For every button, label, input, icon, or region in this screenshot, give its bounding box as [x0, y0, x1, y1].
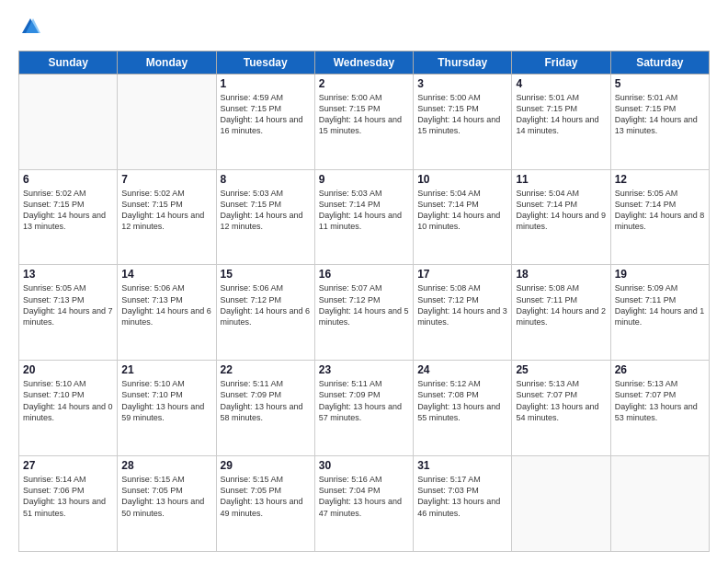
day-info: Sunrise: 5:03 AM Sunset: 7:14 PM Dayligh… — [319, 188, 409, 233]
day-number: 15 — [221, 268, 311, 281]
day-header-sunday: Sunday — [19, 51, 118, 74]
day-info: Sunrise: 5:11 AM Sunset: 7:09 PM Dayligh… — [221, 378, 311, 423]
calendar-cell: 9Sunrise: 5:03 AM Sunset: 7:14 PM Daylig… — [314, 169, 413, 265]
calendar-cell: 7Sunrise: 5:02 AM Sunset: 7:15 PM Daylig… — [118, 169, 216, 265]
day-info: Sunrise: 5:04 AM Sunset: 7:14 PM Dayligh… — [516, 188, 606, 233]
day-number: 31 — [417, 459, 507, 472]
logo — [18, 17, 40, 41]
calendar-cell: 11Sunrise: 5:04 AM Sunset: 7:14 PM Dayli… — [512, 169, 610, 265]
day-info: Sunrise: 5:04 AM Sunset: 7:14 PM Dayligh… — [417, 188, 507, 233]
day-number: 17 — [417, 268, 507, 281]
day-header-tuesday: Tuesday — [216, 51, 314, 74]
day-header-thursday: Thursday — [414, 51, 512, 74]
day-number: 27 — [23, 459, 113, 472]
day-info: Sunrise: 5:06 AM Sunset: 7:13 PM Dayligh… — [121, 282, 211, 327]
calendar-cell: 13Sunrise: 5:05 AM Sunset: 7:13 PM Dayli… — [19, 265, 118, 361]
day-number: 1 — [221, 77, 311, 90]
page: SundayMondayTuesdayWednesdayThursdayFrid… — [0, 0, 728, 563]
day-info: Sunrise: 5:13 AM Sunset: 7:07 PM Dayligh… — [615, 378, 705, 423]
day-number: 19 — [615, 268, 705, 281]
day-info: Sunrise: 5:05 AM Sunset: 7:14 PM Dayligh… — [615, 188, 705, 233]
calendar-cell: 8Sunrise: 5:03 AM Sunset: 7:15 PM Daylig… — [216, 169, 314, 265]
day-info: Sunrise: 5:02 AM Sunset: 7:15 PM Dayligh… — [23, 188, 113, 233]
calendar-week-4: 27Sunrise: 5:14 AM Sunset: 7:06 PM Dayli… — [19, 456, 710, 552]
day-info: Sunrise: 5:10 AM Sunset: 7:10 PM Dayligh… — [23, 378, 113, 423]
calendar-week-1: 6Sunrise: 5:02 AM Sunset: 7:15 PM Daylig… — [19, 169, 710, 265]
day-number: 24 — [417, 363, 507, 376]
calendar-cell: 31Sunrise: 5:17 AM Sunset: 7:03 PM Dayli… — [414, 456, 512, 552]
day-number: 5 — [615, 77, 705, 90]
day-header-friday: Friday — [512, 51, 610, 74]
day-info: Sunrise: 5:06 AM Sunset: 7:12 PM Dayligh… — [221, 282, 311, 327]
day-info: Sunrise: 5:09 AM Sunset: 7:11 PM Dayligh… — [615, 282, 705, 327]
day-info: Sunrise: 5:07 AM Sunset: 7:12 PM Dayligh… — [319, 282, 409, 327]
day-number: 8 — [221, 173, 311, 186]
day-info: Sunrise: 5:02 AM Sunset: 7:15 PM Dayligh… — [121, 188, 211, 233]
day-number: 29 — [221, 459, 311, 472]
header — [18, 17, 710, 41]
day-info: Sunrise: 5:01 AM Sunset: 7:15 PM Dayligh… — [615, 92, 705, 137]
day-info: Sunrise: 5:08 AM Sunset: 7:11 PM Dayligh… — [516, 282, 606, 327]
calendar-cell: 1Sunrise: 4:59 AM Sunset: 7:15 PM Daylig… — [216, 74, 314, 169]
calendar-cell: 22Sunrise: 5:11 AM Sunset: 7:09 PM Dayli… — [216, 361, 314, 456]
day-number: 3 — [417, 77, 507, 90]
calendar-cell: 20Sunrise: 5:10 AM Sunset: 7:10 PM Dayli… — [19, 361, 118, 456]
day-number: 11 — [516, 173, 606, 186]
day-number: 4 — [516, 77, 606, 90]
day-number: 10 — [417, 173, 507, 186]
day-number: 6 — [23, 173, 113, 186]
calendar-cell — [19, 74, 118, 169]
calendar-cell: 19Sunrise: 5:09 AM Sunset: 7:11 PM Dayli… — [610, 265, 709, 361]
day-info: Sunrise: 5:00 AM Sunset: 7:15 PM Dayligh… — [319, 92, 409, 137]
calendar-cell: 2Sunrise: 5:00 AM Sunset: 7:15 PM Daylig… — [314, 74, 413, 169]
calendar-cell: 25Sunrise: 5:13 AM Sunset: 7:07 PM Dayli… — [512, 361, 610, 456]
day-info: Sunrise: 5:12 AM Sunset: 7:08 PM Dayligh… — [417, 378, 507, 423]
day-info: Sunrise: 5:05 AM Sunset: 7:13 PM Dayligh… — [23, 282, 113, 327]
day-header-saturday: Saturday — [610, 51, 709, 74]
calendar: SundayMondayTuesdayWednesdayThursdayFrid… — [18, 51, 710, 552]
calendar-week-2: 13Sunrise: 5:05 AM Sunset: 7:13 PM Dayli… — [19, 265, 710, 361]
day-info: Sunrise: 5:13 AM Sunset: 7:07 PM Dayligh… — [516, 378, 606, 423]
day-info: Sunrise: 5:16 AM Sunset: 7:04 PM Dayligh… — [319, 474, 409, 519]
day-number: 13 — [23, 268, 113, 281]
day-number: 14 — [121, 268, 211, 281]
calendar-cell — [610, 456, 709, 552]
logo-icon — [20, 17, 40, 37]
calendar-week-0: 1Sunrise: 4:59 AM Sunset: 7:15 PM Daylig… — [19, 74, 710, 169]
calendar-cell: 18Sunrise: 5:08 AM Sunset: 7:11 PM Dayli… — [512, 265, 610, 361]
calendar-cell: 27Sunrise: 5:14 AM Sunset: 7:06 PM Dayli… — [19, 456, 118, 552]
day-info: Sunrise: 5:00 AM Sunset: 7:15 PM Dayligh… — [417, 92, 507, 137]
day-number: 7 — [121, 173, 211, 186]
calendar-cell — [512, 456, 610, 552]
calendar-cell: 6Sunrise: 5:02 AM Sunset: 7:15 PM Daylig… — [19, 169, 118, 265]
day-number: 21 — [121, 363, 211, 376]
calendar-cell: 24Sunrise: 5:12 AM Sunset: 7:08 PM Dayli… — [414, 361, 512, 456]
day-number: 25 — [516, 363, 606, 376]
day-header-wednesday: Wednesday — [314, 51, 413, 74]
calendar-cell: 29Sunrise: 5:15 AM Sunset: 7:05 PM Dayli… — [216, 456, 314, 552]
day-number: 20 — [23, 363, 113, 376]
day-info: Sunrise: 5:08 AM Sunset: 7:12 PM Dayligh… — [417, 282, 507, 327]
day-info: Sunrise: 5:15 AM Sunset: 7:05 PM Dayligh… — [121, 474, 211, 519]
calendar-cell: 28Sunrise: 5:15 AM Sunset: 7:05 PM Dayli… — [118, 456, 216, 552]
day-number: 30 — [319, 459, 409, 472]
calendar-cell: 23Sunrise: 5:11 AM Sunset: 7:09 PM Dayli… — [314, 361, 413, 456]
day-header-monday: Monday — [118, 51, 216, 74]
calendar-header-row: SundayMondayTuesdayWednesdayThursdayFrid… — [19, 51, 710, 74]
day-info: Sunrise: 5:17 AM Sunset: 7:03 PM Dayligh… — [417, 474, 507, 519]
day-info: Sunrise: 5:11 AM Sunset: 7:09 PM Dayligh… — [319, 378, 409, 423]
day-number: 26 — [615, 363, 705, 376]
day-number: 28 — [121, 459, 211, 472]
day-info: Sunrise: 5:14 AM Sunset: 7:06 PM Dayligh… — [23, 474, 113, 519]
day-number: 23 — [319, 363, 409, 376]
day-number: 2 — [319, 77, 409, 90]
calendar-week-3: 20Sunrise: 5:10 AM Sunset: 7:10 PM Dayli… — [19, 361, 710, 456]
calendar-cell: 5Sunrise: 5:01 AM Sunset: 7:15 PM Daylig… — [610, 74, 709, 169]
calendar-cell: 3Sunrise: 5:00 AM Sunset: 7:15 PM Daylig… — [414, 74, 512, 169]
calendar-cell: 30Sunrise: 5:16 AM Sunset: 7:04 PM Dayli… — [314, 456, 413, 552]
calendar-cell: 15Sunrise: 5:06 AM Sunset: 7:12 PM Dayli… — [216, 265, 314, 361]
calendar-cell: 4Sunrise: 5:01 AM Sunset: 7:15 PM Daylig… — [512, 74, 610, 169]
day-info: Sunrise: 5:10 AM Sunset: 7:10 PM Dayligh… — [121, 378, 211, 423]
calendar-cell: 12Sunrise: 5:05 AM Sunset: 7:14 PM Dayli… — [610, 169, 709, 265]
calendar-cell: 26Sunrise: 5:13 AM Sunset: 7:07 PM Dayli… — [610, 361, 709, 456]
